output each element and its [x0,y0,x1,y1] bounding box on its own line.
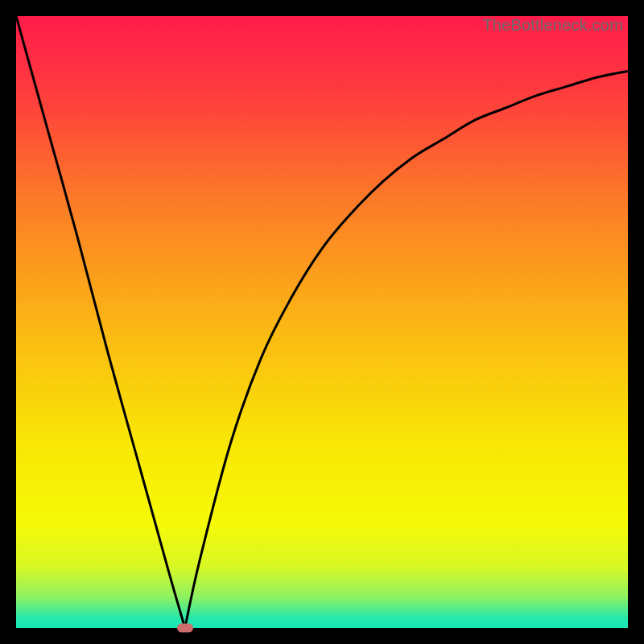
plot-frame: TheBottleneck.com [16,16,628,628]
optimal-point-marker [177,624,193,633]
bottleneck-curve [16,16,628,628]
